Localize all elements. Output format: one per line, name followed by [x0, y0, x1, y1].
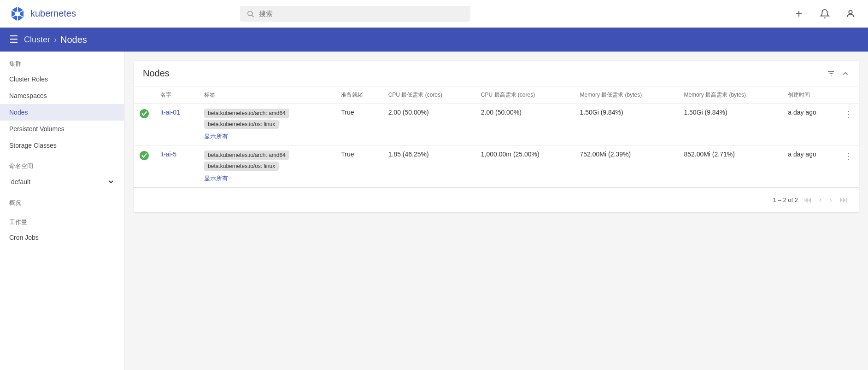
- panel-title: Nodes: [143, 68, 170, 79]
- status-ready-icon-2: [139, 150, 149, 161]
- sidebar-item-persistent-volumes[interactable]: Persistent Volumes: [0, 121, 124, 137]
- next-page-button[interactable]: ›: [827, 193, 834, 207]
- node-name-link-2[interactable]: lt-ai-5: [160, 150, 176, 158]
- sidebar-item-namespaces[interactable]: Namespaces: [0, 87, 124, 104]
- table-row: lt-ai-5 beta.kubernetes.io/arch: amd64 b…: [134, 146, 859, 188]
- th-actions: [839, 87, 859, 104]
- node-ready-cell-2: True: [335, 146, 382, 188]
- svg-line-9: [252, 15, 253, 17]
- breadcrumb: Cluster › Nodes: [24, 35, 87, 45]
- prev-page-button[interactable]: ‹: [817, 193, 824, 207]
- sidebar-item-storage-classes[interactable]: Storage Classes: [0, 137, 124, 154]
- th-created: 创建时间 ↑: [782, 87, 839, 104]
- node-cpu-max-cell-1: 2.00 (50.00%): [475, 104, 575, 146]
- th-status: [134, 87, 155, 104]
- sidebar: 集群 Cluster Roles Namespaces Nodes Persis…: [0, 52, 124, 370]
- bell-icon: [820, 9, 830, 19]
- th-mem-max: Memory 最高需求 (bytes): [678, 87, 782, 104]
- status-ready-icon-1: [139, 109, 149, 119]
- logo-text: kubernetes: [30, 8, 76, 19]
- table-row: lt-ai-01 beta.kubernetes.io/arch: amd64 …: [134, 104, 859, 146]
- collapse-icon[interactable]: [841, 69, 850, 78]
- tag-chip-1a: beta.kubernetes.io/arch: amd64: [204, 109, 289, 118]
- node-actions-cell-2: ⋮: [839, 146, 859, 188]
- kubernetes-logo-icon: [9, 6, 26, 22]
- node-cpu-min-cell-2: 1.85 (46.25%): [383, 146, 475, 188]
- node-created-cell-1: a day ago: [782, 104, 839, 146]
- pagination: 1 – 2 of 2 ⏮ ‹ › ⏭: [134, 187, 859, 212]
- th-ready: 准备就绪: [335, 87, 382, 104]
- node-status-cell-2: [134, 146, 155, 188]
- last-page-button[interactable]: ⏭: [838, 193, 850, 207]
- search-bar: [240, 6, 470, 22]
- node-status-cell-1: [134, 104, 155, 146]
- show-all-link-1[interactable]: 显示所有: [204, 133, 330, 141]
- top-nav-actions: +: [791, 6, 859, 22]
- table-body: lt-ai-01 beta.kubernetes.io/arch: amd64 …: [134, 104, 859, 188]
- page-header-bar: ☰ Cluster › Nodes: [0, 28, 868, 52]
- logo-area: kubernetes: [9, 6, 76, 22]
- breadcrumb-separator: ›: [54, 35, 57, 45]
- user-profile-button[interactable]: [842, 6, 859, 22]
- svg-point-1: [15, 11, 20, 16]
- notifications-button[interactable]: [816, 6, 833, 22]
- breadcrumb-cluster[interactable]: Cluster: [24, 35, 50, 45]
- namespace-selector[interactable]: default kube-system: [0, 173, 124, 191]
- th-mem-min: Memory 最低需求 (bytes): [575, 87, 679, 104]
- nodes-table: 名字 标签 准备就绪 CPU 最低需求 (cores) CPU 最高需求 (co…: [134, 87, 859, 187]
- top-nav: kubernetes +: [0, 0, 868, 28]
- node-tags-cell-1: beta.kubernetes.io/arch: amd64 beta.kube…: [199, 104, 335, 146]
- first-page-button[interactable]: ⏮: [802, 193, 814, 207]
- more-options-button-1[interactable]: ⋮: [844, 109, 853, 119]
- panel-header-actions: [827, 69, 850, 78]
- search-input[interactable]: [259, 10, 464, 17]
- sidebar-item-nodes[interactable]: Nodes: [0, 104, 124, 121]
- node-name-cell-1: lt-ai-01: [155, 104, 199, 146]
- filter-icon[interactable]: [827, 69, 836, 78]
- svg-point-14: [140, 109, 149, 118]
- tag-chip-2b: beta.kubernetes.io/os: linux: [204, 162, 279, 171]
- th-tags: 标签: [199, 87, 335, 104]
- sidebar-item-cluster-roles[interactable]: Cluster Roles: [0, 71, 124, 87]
- node-name-link-1[interactable]: lt-ai-01: [160, 109, 180, 116]
- main-content: Nodes 名字: [124, 52, 868, 370]
- sidebar-item-cron-jobs[interactable]: Cron Jobs: [0, 229, 124, 246]
- pagination-info: 1 – 2 of 2: [773, 197, 798, 203]
- node-created-cell-2: a day ago: [782, 146, 839, 188]
- node-tags-cell-2: beta.kubernetes.io/arch: amd64 beta.kube…: [199, 146, 335, 188]
- node-mem-max-cell-2: 852.00Mi (2.71%): [678, 146, 782, 188]
- nodes-panel: Nodes 名字: [134, 61, 859, 212]
- cluster-section-label: 集群: [0, 52, 124, 71]
- overview-section-label: 概况: [0, 191, 124, 210]
- th-cpu-min: CPU 最低需求 (cores): [383, 87, 475, 104]
- svg-point-8: [247, 11, 252, 16]
- node-mem-max-cell-1: 1.50Gi (9.84%): [678, 104, 782, 146]
- namespace-select[interactable]: default kube-system: [9, 178, 115, 186]
- svg-point-15: [140, 151, 149, 160]
- node-ready-cell-1: True: [335, 104, 382, 146]
- namespace-section-label: 命名空间: [0, 154, 124, 173]
- hamburger-menu-button[interactable]: ☰: [9, 34, 18, 46]
- search-icon: [246, 10, 254, 18]
- panel-header: Nodes: [134, 61, 859, 87]
- node-actions-cell-1: ⋮: [839, 104, 859, 146]
- th-name: 名字: [155, 87, 199, 104]
- sort-arrow-icon[interactable]: ↑: [812, 92, 815, 98]
- node-mem-min-cell-1: 1.50Gi (9.84%): [575, 104, 679, 146]
- svg-point-10: [849, 10, 852, 13]
- tag-chip-1b: beta.kubernetes.io/os: linux: [204, 120, 279, 129]
- tag-chip-2a: beta.kubernetes.io/arch: amd64: [204, 150, 289, 160]
- more-options-button-2[interactable]: ⋮: [844, 151, 853, 161]
- node-cpu-min-cell-1: 2.00 (50.00%): [383, 104, 475, 146]
- node-mem-min-cell-2: 752.00Mi (2.39%): [575, 146, 679, 188]
- node-name-cell-2: lt-ai-5: [155, 146, 199, 188]
- user-icon: [845, 9, 856, 19]
- th-cpu-max: CPU 最高需求 (cores): [475, 87, 575, 104]
- node-cpu-max-cell-2: 1,000.00m (25.00%): [475, 146, 575, 188]
- workload-section-label: 工作量: [0, 210, 124, 229]
- table-head: 名字 标签 准备就绪 CPU 最低需求 (cores) CPU 最高需求 (co…: [134, 87, 859, 104]
- main-layout: 集群 Cluster Roles Namespaces Nodes Persis…: [0, 52, 868, 370]
- breadcrumb-current: Nodes: [60, 35, 87, 45]
- add-button[interactable]: +: [791, 6, 807, 22]
- show-all-link-2[interactable]: 显示所有: [204, 174, 330, 183]
